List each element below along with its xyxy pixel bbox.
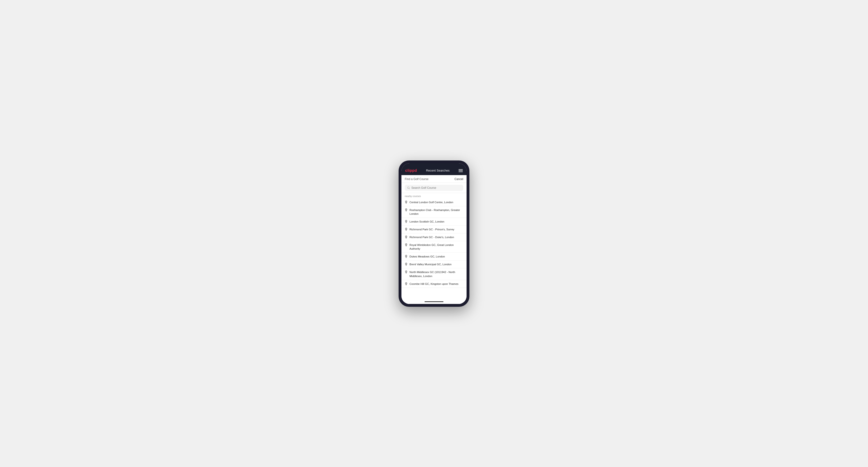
location-pin-icon — [405, 282, 408, 285]
home-indicator — [401, 300, 467, 304]
top-nav: clippd Recent Searches — [401, 166, 467, 175]
list-item[interactable]: North Middlesex GC (1011942 - North Midd… — [401, 268, 467, 280]
course-name: Roehampton Club - Roehampton, Greater Lo… — [409, 208, 463, 216]
list-item[interactable]: Roehampton Club - Roehampton, Greater Lo… — [401, 206, 467, 218]
course-name: North Middlesex GC (1011942 - North Midd… — [409, 270, 463, 278]
location-pin-icon — [405, 262, 408, 266]
course-name: Dukes Meadows GC, London — [409, 255, 445, 258]
location-pin-icon — [405, 271, 408, 274]
course-name: London Scottish GC, London — [409, 220, 444, 223]
hamburger-menu-icon[interactable] — [459, 169, 463, 172]
location-pin-icon — [405, 236, 408, 239]
list-item[interactable]: Richmond Park GC - Duke's, London — [401, 234, 467, 241]
status-bar — [401, 163, 467, 166]
app-logo: clippd — [405, 168, 417, 173]
course-name: Richmond Park GC - Duke's, London — [409, 235, 454, 239]
phone-screen: clippd Recent Searches Find a Golf Cours… — [401, 163, 467, 304]
location-pin-icon — [405, 255, 408, 258]
find-label: Find a Golf Course — [405, 178, 429, 181]
nearby-section: Nearby courses Central London Golf Centr… — [401, 193, 467, 300]
location-pin-icon — [405, 208, 408, 212]
list-item[interactable]: Coombe Hill GC, Kingston upon Thames — [401, 280, 467, 288]
phone-device: clippd Recent Searches Find a Golf Cours… — [399, 160, 469, 307]
course-name: Coombe Hill GC, Kingston upon Thames — [409, 282, 459, 286]
course-name: Richmond Park GC - Prince's, Surrey — [409, 227, 454, 231]
course-name: Brent Valley Municipal GC, London — [409, 262, 452, 266]
nav-title: Recent Searches — [426, 169, 450, 172]
course-name: Royal Wimbledon GC, Great London Authori… — [409, 243, 463, 251]
location-pin-icon — [405, 228, 408, 231]
search-container — [401, 183, 467, 193]
search-input[interactable] — [411, 186, 461, 189]
location-pin-icon — [405, 200, 408, 204]
cancel-button[interactable]: Cancel — [455, 178, 463, 181]
find-bar: Find a Golf Course Cancel — [401, 175, 467, 183]
home-bar — [425, 301, 443, 302]
search-icon — [407, 186, 410, 189]
list-item[interactable]: Brent Valley Municipal GC, London — [401, 260, 467, 268]
list-item[interactable]: Royal Wimbledon GC, Great London Authori… — [401, 241, 467, 253]
list-item[interactable]: Dukes Meadows GC, London — [401, 253, 467, 260]
location-pin-icon — [405, 243, 408, 247]
location-pin-icon — [405, 220, 408, 223]
svg-line-1 — [409, 188, 409, 189]
list-item[interactable]: London Scottish GC, London — [401, 218, 467, 226]
list-item[interactable]: Richmond Park GC - Prince's, Surrey — [401, 226, 467, 234]
course-name: Central London Golf Centre, London — [409, 200, 453, 204]
nearby-label: Nearby courses — [401, 193, 467, 198]
main-content: Find a Golf Course Cancel Nearby courses — [401, 175, 467, 304]
search-box — [405, 185, 463, 191]
list-item[interactable]: Central London Golf Centre, London — [401, 198, 467, 206]
